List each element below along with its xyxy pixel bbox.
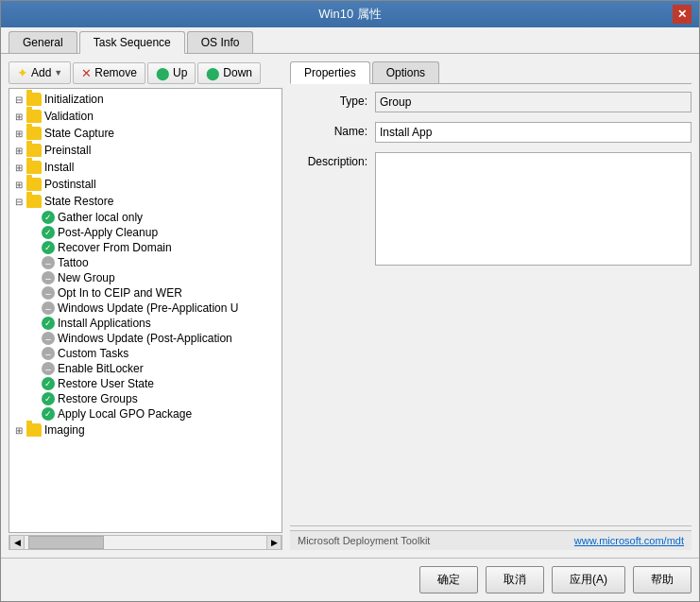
horizontal-scrollbar[interactable]: ◀ ▶ (9, 535, 282, 550)
up-label: Up (173, 66, 187, 79)
scroll-right-arrow[interactable]: ▶ (266, 535, 282, 550)
tree-item[interactable]: ⊞Preinstall (11, 142, 280, 159)
description-input[interactable] (375, 152, 691, 266)
tree-item[interactable]: –Windows Update (Pre-Application U (11, 301, 280, 316)
tree-expander[interactable]: ⊞ (11, 160, 26, 175)
folder-icon (26, 161, 42, 174)
tree-expander[interactable]: ⊟ (11, 92, 26, 107)
tab-task-sequence[interactable]: Task Sequence (79, 31, 185, 54)
task-sequence-tree[interactable]: ⊟Initialization⊞Validation⊞State Capture… (9, 88, 282, 533)
close-button[interactable]: ✕ (673, 5, 691, 24)
description-label: Description: (290, 152, 375, 168)
scroll-left-arrow[interactable]: ◀ (9, 535, 25, 550)
tab-general[interactable]: General (9, 31, 77, 53)
folder-icon (26, 93, 42, 106)
tree-item[interactable]: ✓Restore Groups (11, 391, 280, 406)
name-input[interactable] (375, 122, 691, 143)
toolbar: ✦ Add ▼ ✕ Remove ⬤ Up ⬤ Down (9, 61, 282, 84)
tree-item[interactable]: ⊞Postinstall (11, 176, 280, 193)
tree-expander[interactable]: ⊞ (11, 126, 26, 141)
tree-item-label: Windows Update (Post-Application (58, 332, 232, 345)
tree-item[interactable]: –New Group (11, 270, 280, 285)
tree-item-label: Restore User State (58, 377, 154, 390)
tree-item-label: Recover From Domain (58, 241, 172, 254)
check-icon: ✓ (42, 317, 55, 330)
ok-button[interactable]: 确定 (419, 566, 478, 593)
type-label: Type: (290, 92, 375, 108)
folder-icon (26, 178, 42, 191)
tree-item[interactable]: ⊞Validation (11, 108, 280, 125)
tree-expander[interactable]: ⊞ (11, 422, 26, 438)
tree-item-label: Restore Groups (58, 392, 138, 405)
tree-item-label: Install (44, 161, 74, 174)
tree-item-label: Preinstall (44, 144, 91, 157)
tree-item-label: Install Applications (58, 317, 151, 330)
tree-item[interactable]: ✓Recover From Domain (11, 240, 280, 255)
tree-item-label: Postinstall (44, 178, 96, 191)
type-input[interactable] (375, 92, 691, 112)
tree-item[interactable]: ⊞Imaging (11, 421, 280, 439)
apply-button[interactable]: 应用(A) (552, 566, 625, 593)
cancel-button[interactable]: 取消 (486, 566, 544, 593)
right-panel: Properties Options Type: Name: Descripti… (290, 61, 691, 550)
remove-button[interactable]: ✕ Remove (73, 62, 145, 84)
tab-os-info[interactable]: OS Info (187, 31, 254, 53)
description-row: Description: (290, 152, 691, 266)
remove-icon: ✕ (81, 66, 92, 80)
tree-item[interactable]: ⊞Install (11, 159, 280, 176)
window-title: Win10 属性 (27, 6, 673, 23)
folder-icon (26, 144, 42, 157)
tree-item-label: Tattoo (58, 256, 89, 269)
tree-item-label: Windows Update (Pre-Application U (58, 301, 238, 315)
check-icon: ✓ (42, 377, 55, 390)
tree-item[interactable]: ⊟State Restore (11, 193, 280, 210)
tree-expander[interactable]: ⊞ (11, 143, 26, 158)
name-label: Name: (290, 122, 375, 138)
tree-item-label: Custom Tasks (58, 347, 128, 360)
dash-icon: – (42, 347, 55, 360)
footer-bar: Microsoft Deployment Toolkit www.microso… (290, 530, 691, 550)
up-button[interactable]: ⬤ Up (147, 62, 196, 84)
tree-item[interactable]: ✓Apply Local GPO Package (11, 406, 280, 421)
tab-bar: General Task Sequence OS Info (1, 27, 699, 54)
add-button[interactable]: ✦ Add ▼ (9, 61, 71, 84)
tree-item[interactable]: –Custom Tasks (11, 346, 280, 361)
tree-item-label: Enable BitLocker (58, 362, 144, 375)
check-icon: ✓ (42, 392, 55, 405)
tree-item[interactable]: –Windows Update (Post-Application (11, 331, 280, 346)
tree-expander[interactable]: ⊞ (11, 177, 26, 192)
tree-item-label: Validation (44, 110, 94, 123)
properties-form: Type: Name: Description: (290, 92, 691, 307)
divider (290, 525, 691, 526)
tree-item[interactable]: –Opt In to CEIP and WER (11, 285, 280, 301)
tree-item[interactable]: ⊞State Capture (11, 125, 280, 142)
folder-icon (26, 195, 42, 208)
tree-item-label: Post-Apply Cleanup (58, 226, 158, 239)
footer-link[interactable]: www.microsoft.com/mdt (574, 535, 684, 546)
tree-item[interactable]: ✓Install Applications (11, 316, 280, 331)
tree-expander[interactable]: ⊞ (11, 109, 26, 124)
tree-item[interactable]: –Enable BitLocker (11, 361, 280, 376)
content-area: ✦ Add ▼ ✕ Remove ⬤ Up ⬤ Down (1, 54, 699, 558)
title-bar: Win10 属性 ✕ (1, 1, 699, 27)
tree-item-label: State Capture (44, 127, 114, 140)
check-icon: ✓ (42, 226, 55, 239)
scroll-thumb[interactable] (28, 536, 104, 549)
tab-options[interactable]: Options (372, 61, 439, 83)
down-label: Down (223, 66, 252, 79)
tab-properties[interactable]: Properties (290, 61, 370, 84)
tree-item-label: Apply Local GPO Package (58, 407, 192, 421)
tree-item[interactable]: –Tattoo (11, 255, 280, 270)
folder-icon (26, 127, 42, 140)
tree-item[interactable]: ✓Restore User State (11, 376, 280, 391)
tree-item-label: State Restore (44, 195, 113, 208)
add-dropdown-arrow: ▼ (54, 68, 62, 77)
help-button[interactable]: 帮助 (633, 566, 691, 593)
tree-item[interactable]: ✓Post-Apply Cleanup (11, 225, 280, 240)
tree-item[interactable]: ⊟Initialization (11, 91, 280, 108)
tree-item[interactable]: ✓Gather local only (11, 210, 280, 225)
up-icon: ⬤ (156, 66, 170, 80)
tree-expander[interactable]: ⊟ (11, 194, 26, 209)
check-icon: ✓ (42, 211, 55, 224)
down-button[interactable]: ⬤ Down (197, 62, 261, 84)
